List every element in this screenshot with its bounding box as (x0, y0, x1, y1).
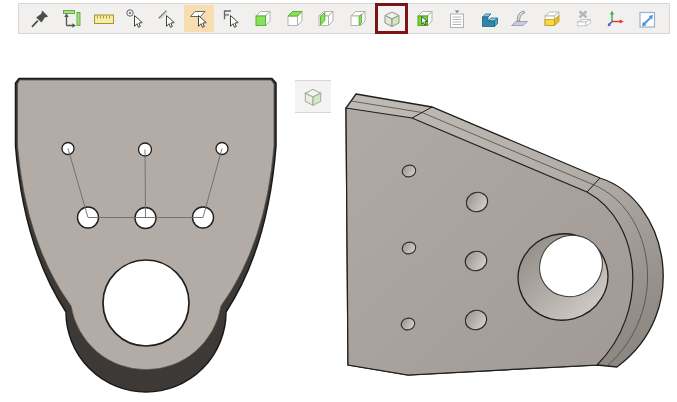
cube-front-face-green-icon (252, 8, 274, 30)
blue-l-solid-icon (478, 8, 500, 30)
cube-left-plane-green-icon (315, 8, 337, 30)
x-over-box-icon (573, 8, 595, 30)
view-top-button[interactable] (280, 5, 310, 32)
cube-right-plane-green-icon (347, 8, 369, 30)
select-edge-button[interactable] (152, 5, 182, 32)
unfold-button[interactable] (505, 5, 535, 32)
fold-sheet-plane-icon (509, 8, 531, 30)
hole-large[interactable] (103, 260, 189, 346)
select-3d-face-button[interactable] (410, 5, 440, 32)
pale-shaded-cube-icon (301, 85, 325, 109)
origin-triad-button[interactable] (601, 5, 631, 32)
view-left-button[interactable] (311, 5, 341, 32)
isometric-3d-view[interactable] (346, 94, 663, 375)
view-isometric-button[interactable] (375, 3, 408, 34)
yellow-box-icon (541, 8, 563, 30)
delete-body-button (569, 5, 599, 32)
cad-viewer-window: { "app": { "kind": "cad-viewer", "visibl… (0, 0, 677, 402)
view-front-button[interactable] (248, 5, 278, 32)
annotations-button[interactable] (442, 5, 472, 32)
fit-view-button[interactable] (57, 5, 87, 32)
cursor-face-icon (188, 8, 210, 30)
model-canvas[interactable] (0, 40, 677, 402)
shaded-cube-icon (381, 8, 403, 30)
select-vertex-button[interactable] (120, 5, 150, 32)
cursor-feature-icon (220, 8, 242, 30)
pin-button[interactable] (25, 5, 55, 32)
fit-extents-icon (61, 8, 83, 30)
show-solid-button[interactable] (537, 5, 567, 32)
select-feature-button[interactable] (216, 5, 246, 32)
xyz-triad-icon (605, 8, 627, 30)
shaded-view-mini-button[interactable] (295, 80, 331, 113)
diagonal-arrows-icon (637, 8, 659, 30)
main-toolbar (18, 3, 670, 34)
cursor-edge-icon (156, 8, 178, 30)
view-right-button[interactable] (343, 5, 373, 32)
cursor-green-face-cube-icon (414, 8, 436, 30)
measure-button[interactable] (89, 5, 119, 32)
pushpin-icon (29, 8, 51, 30)
ruler-icon (93, 8, 115, 30)
pop-out-button[interactable] (633, 5, 663, 32)
cursor-vertex-icon (124, 8, 146, 30)
section-view-button[interactable] (474, 5, 504, 32)
cube-top-face-green-icon (284, 8, 306, 30)
front-2d-view[interactable] (16, 79, 277, 393)
select-face-button[interactable] (184, 5, 214, 32)
document-lines-dropdown-icon (446, 8, 468, 30)
